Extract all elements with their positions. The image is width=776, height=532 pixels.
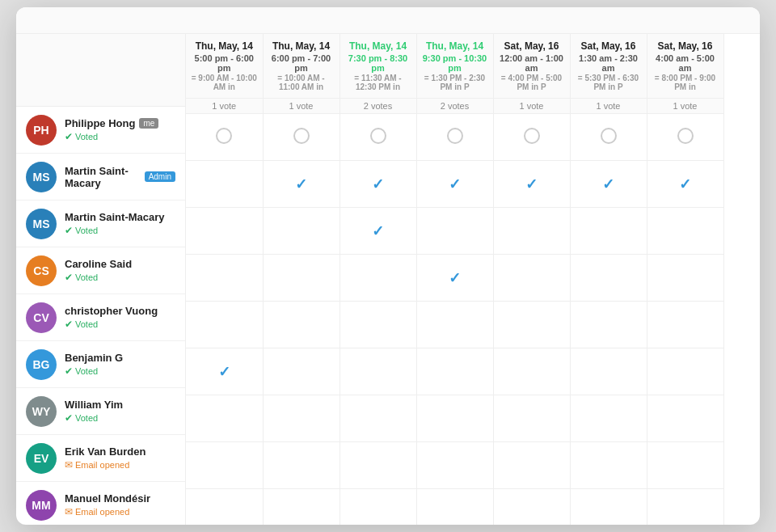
check-circle-icon: ✔ — [65, 365, 73, 377]
invitee-name: christopher Vuong — [65, 305, 158, 317]
checkmark: ✓ — [295, 176, 307, 192]
invitee-name: Manuel Mondésir — [65, 492, 150, 505]
cell-r0-c5[interactable] — [570, 114, 647, 161]
check-circle-icon: ✔ — [65, 272, 73, 283]
invitee-info: Caroline Said ✔ Voted — [65, 258, 132, 283]
invitee-row: BG Benjamin G ✔ Voted — [16, 341, 185, 388]
avatar: MM — [26, 490, 57, 521]
status-voted: ✔ Voted — [65, 225, 165, 236]
vote-count-1: 1 vote — [263, 99, 340, 114]
cell-r7-c3 — [416, 442, 493, 489]
cell-r1-c5: ✓ — [570, 161, 647, 208]
cell-r8-c0 — [186, 489, 263, 526]
status-email: ✉ Email opened — [65, 459, 146, 471]
checkmark: ✓ — [372, 176, 384, 192]
cell-r5-c1 — [263, 348, 340, 395]
avatar: PH — [26, 115, 57, 146]
cell-r4-c4 — [493, 302, 570, 348]
avatar: MS — [26, 209, 57, 239]
invitee-row: WY William Yim ✔ Voted — [16, 388, 185, 435]
cell-r2-c4 — [493, 208, 570, 255]
vote-count-2: 2 votes — [340, 99, 416, 114]
radio-button[interactable] — [601, 128, 617, 144]
cell-r8-c5 — [570, 489, 647, 526]
checkmark: ✓ — [218, 364, 230, 380]
cell-r6-c5 — [570, 395, 647, 442]
column-headers-row: Thu, May, 14 5:00 pm - 6:00 pm = 9:00 AM… — [186, 34, 723, 99]
status-voted: ✔ Voted — [65, 319, 158, 330]
cell-r1-c2: ✓ — [340, 161, 416, 208]
col-local: = 9:00 AM - 10:00 AM in — [191, 74, 258, 91]
radio-button[interactable] — [293, 128, 310, 144]
cell-r0-c4[interactable] — [493, 114, 570, 161]
cell-r4-c1 — [263, 302, 340, 348]
cell-r5-c0: ✓ — [186, 348, 263, 395]
col-header-6: Sat, May, 16 4:00 am - 5:00 am = 8:00 PM… — [647, 34, 723, 99]
cell-r2-c1 — [263, 208, 340, 255]
cell-r4-c0 — [186, 302, 263, 348]
cell-r1-c3: ✓ — [416, 161, 493, 208]
grid-scroll[interactable]: Thu, May, 14 5:00 pm - 6:00 pm = 9:00 AM… — [186, 34, 760, 525]
invitees-column: PH Philippe Hong me ✔ Voted MS Martin Sa… — [16, 34, 186, 525]
badge-me: me — [139, 118, 158, 129]
cell-r7-c5 — [570, 442, 647, 489]
status-voted: ✔ Voted — [65, 365, 123, 377]
checkmark: ✓ — [602, 176, 614, 192]
vote-count-3: 2 votes — [416, 99, 493, 114]
cell-r8-c3 — [416, 489, 493, 526]
cell-r2-c6 — [647, 208, 723, 255]
radio-button[interactable] — [677, 128, 694, 144]
cell-r3-c3: ✓ — [416, 255, 493, 302]
avatar: BG — [26, 349, 57, 380]
radio-button[interactable] — [447, 128, 463, 144]
cell-r4-c5 — [570, 302, 647, 348]
radio-button[interactable] — [524, 128, 540, 144]
grid-row — [186, 489, 723, 526]
col-day: Sat, May, 16 — [499, 40, 565, 52]
cell-r0-c1[interactable] — [263, 114, 340, 161]
radio-button[interactable] — [216, 128, 232, 144]
cell-r6-c2 — [340, 395, 416, 442]
invitees-list: PH Philippe Hong me ✔ Voted MS Martin Sa… — [16, 107, 185, 525]
cell-r3-c1 — [263, 255, 340, 302]
invitee-name: Erik Van Burden — [65, 445, 146, 458]
modal: PH Philippe Hong me ✔ Voted MS Martin Sa… — [16, 7, 760, 525]
col-local: = 1:30 PM - 2:30 PM in P — [422, 74, 488, 91]
invitee-info: Martin Saint-Macary Admin — [65, 165, 175, 189]
grid-row — [186, 395, 723, 442]
envelope-icon: ✉ — [65, 506, 73, 517]
badge-admin: Admin — [145, 171, 175, 182]
cell-r3-c6 — [647, 255, 723, 302]
invitee-name: Martin Saint-Macary — [65, 211, 165, 223]
cell-r7-c0 — [186, 442, 263, 489]
status-voted: ✔ Voted — [65, 412, 123, 424]
status-voted: ✔ Voted — [65, 272, 132, 283]
cell-r2-c0 — [186, 208, 263, 255]
col-day: Sat, May, 16 — [576, 40, 642, 52]
invitee-row: MS Martin Saint-Macary ✔ Voted — [16, 201, 185, 247]
cell-r0-c0[interactable] — [186, 114, 263, 161]
cell-r8-c6 — [647, 489, 723, 526]
invitee-row: CS Caroline Said ✔ Voted — [16, 247, 185, 294]
invitee-info: christopher Vuong ✔ Voted — [65, 305, 158, 330]
cell-r8-c4 — [493, 489, 570, 526]
col-header-2: Thu, May, 14 7:30 pm - 8:30 pm = 11:30 A… — [340, 34, 416, 99]
vote-counts-row: 1 vote1 vote2 votes2 votes1 vote1 vote1 … — [186, 99, 723, 114]
cell-r8-c1 — [263, 489, 340, 526]
invitee-info: Erik Van Burden ✉ Email opened — [65, 445, 146, 471]
grid-row: ✓ — [186, 255, 723, 302]
col-local: = 8:00 PM - 9:00 PM in — [652, 74, 719, 91]
cell-r0-c3[interactable] — [416, 114, 493, 161]
cell-r4-c6 — [647, 302, 723, 348]
checkmark: ✓ — [372, 223, 384, 239]
checkmark: ✓ — [449, 270, 461, 286]
col-day: Thu, May, 14 — [268, 40, 335, 52]
cell-r0-c2[interactable] — [340, 114, 416, 161]
cell-r5-c4 — [493, 348, 570, 395]
cell-r0-c6[interactable] — [647, 114, 723, 161]
cell-r6-c0 — [186, 395, 263, 442]
cell-r2-c3 — [416, 208, 493, 255]
check-circle-icon: ✔ — [65, 225, 73, 236]
radio-button[interactable] — [370, 128, 386, 144]
invitee-row: EV Erik Van Burden ✉ Email opened — [16, 435, 185, 482]
